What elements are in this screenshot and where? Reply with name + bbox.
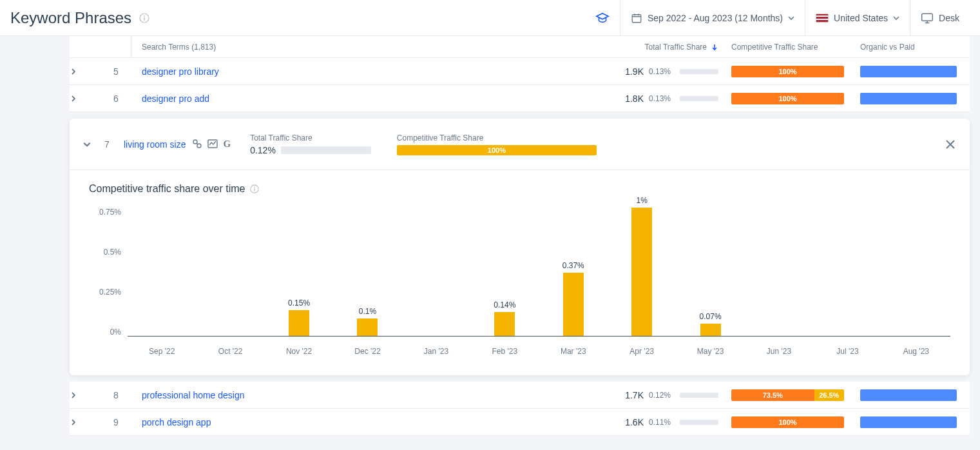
google-icon[interactable]: G [223, 139, 231, 150]
device-selector[interactable]: Desk [910, 0, 970, 36]
share-value: 0.11% [649, 418, 676, 427]
row-index: 5 [101, 66, 131, 77]
share-bar [680, 420, 718, 425]
col-traffic[interactable]: Total Traffic Share [622, 43, 725, 52]
table-row: 9 porch design app 1.6K 0.11% 100% [70, 409, 970, 436]
chart-bar: 0.15% [265, 208, 333, 336]
chart-bar [402, 208, 470, 336]
traffic-value: 1.6K [622, 417, 644, 427]
table-header: Search Terms (1,813) Total Traffic Share… [70, 36, 970, 58]
keyword-link[interactable]: professional home design [142, 390, 245, 400]
traffic-value: 1.8K [622, 93, 644, 104]
svg-point-1 [144, 15, 145, 17]
svg-rect-2 [144, 17, 144, 21]
svg-rect-10 [255, 188, 255, 191]
desktop-icon [921, 12, 934, 24]
flag-us-icon [816, 14, 829, 23]
keyword-link[interactable]: living room size [124, 139, 192, 150]
date-range-selector[interactable]: Sep 2022 - Aug 2023 (12 Months) [620, 0, 805, 36]
share-bar [680, 69, 718, 74]
chart-bar [882, 208, 950, 336]
share-bar [680, 393, 718, 398]
tts-value: 0.12% [250, 145, 276, 155]
col-terms[interactable]: Search Terms (1,813) [131, 43, 622, 52]
col-comp[interactable]: Competitive Traffic Share [725, 43, 854, 52]
info-icon[interactable] [139, 13, 149, 23]
svg-rect-3 [632, 14, 641, 22]
chart-bar: 1% [608, 208, 676, 336]
keyword-link[interactable]: porch design app [142, 417, 211, 427]
traffic-value: 1.9K [622, 66, 644, 77]
table-row: 5 designer pro library 1.9K 0.13% 100% [70, 58, 970, 85]
country-label: United States [834, 13, 888, 23]
chart-title: Competitive traffic share over time [89, 183, 245, 195]
expanded-row-panel: 7 living room size G Total Traffic Share… [70, 119, 970, 375]
calendar-icon [631, 12, 642, 24]
chart-bar: 0.07% [676, 208, 744, 336]
svg-rect-4 [922, 14, 933, 21]
keyword-link[interactable]: designer pro library [142, 66, 219, 77]
bar-chart: 0.75%0.5%0.25%0% 0.15%0.1%0.14%0.37%1%0.… [89, 208, 950, 356]
ovp-bar [860, 66, 957, 77]
share-value: 0.13% [649, 94, 676, 103]
ovp-bar [860, 416, 957, 428]
expand-button[interactable] [70, 391, 101, 399]
ovp-bar [860, 93, 957, 104]
chart-bar [813, 208, 881, 336]
analyze-icon[interactable] [192, 139, 202, 150]
chart-bar: 0.14% [470, 208, 539, 336]
cts-label: Competitive Traffic Share [397, 133, 597, 142]
chart-bar: 0.1% [333, 208, 401, 336]
chart-bar [196, 208, 264, 336]
expand-button[interactable] [70, 68, 101, 75]
collapse-button[interactable] [82, 140, 104, 149]
comp-bar: 73.5%26.5% [731, 389, 844, 401]
row-index: 9 [101, 417, 131, 427]
info-icon[interactable] [250, 184, 259, 193]
expand-button[interactable] [70, 95, 101, 103]
row-index: 6 [101, 93, 131, 104]
share-value: 0.12% [649, 391, 676, 400]
row-index: 7 [104, 139, 124, 150]
svg-point-9 [255, 187, 256, 188]
trend-icon[interactable] [207, 139, 218, 150]
date-range-label: Sep 2022 - Aug 2023 (12 Months) [648, 13, 783, 23]
ovp-bar [860, 389, 957, 401]
table-row: 8 professional home design 1.7K 0.12% 73… [70, 382, 970, 409]
row-index: 8 [101, 390, 131, 400]
chevron-down-icon [893, 15, 899, 21]
comp-bar: 100% [731, 66, 844, 77]
table-row: 6 designer pro add 1.8K 0.13% 100% [70, 85, 970, 112]
cts-bar: 100% [397, 145, 597, 155]
chart-bar [745, 208, 813, 336]
country-selector[interactable]: United States [805, 0, 910, 36]
traffic-value: 1.7K [622, 390, 644, 400]
col-ovp[interactable]: Organic vs Paid [854, 43, 970, 52]
share-bar [680, 96, 718, 101]
page-title: Keyword Phrases [10, 9, 131, 27]
close-icon[interactable] [944, 138, 957, 151]
sort-desc-icon [711, 43, 718, 51]
comp-bar: 100% [731, 416, 844, 428]
device-label: Desk [939, 13, 959, 23]
tts-label: Total Traffic Share [250, 133, 371, 142]
chevron-down-icon [788, 15, 794, 21]
tts-bar [281, 146, 371, 154]
comp-bar: 100% [731, 93, 844, 104]
expand-button[interactable] [70, 418, 101, 426]
page-header: Keyword Phrases Sep 2022 - Aug 2023 (12 … [0, 0, 980, 36]
academy-icon[interactable] [585, 0, 620, 36]
chart-bar [128, 208, 196, 336]
keyword-link[interactable]: designer pro add [142, 93, 209, 104]
chart-bar: 0.37% [539, 208, 608, 336]
share-value: 0.13% [649, 67, 676, 76]
